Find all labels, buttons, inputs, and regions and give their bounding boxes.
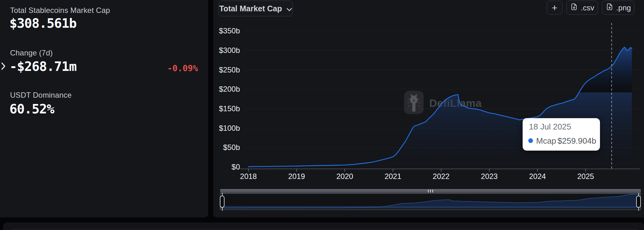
x-axis-label: 2025 [571,172,600,181]
tooltip-series-value: $259.904b [558,136,596,146]
x-axis-label: 2021 [379,172,407,181]
y-axis-label: $350b [213,26,240,35]
download-csv-button[interactable]: .csv [566,1,598,15]
chart-panel: Total Market Cap + .csv .png [213,0,644,217]
y-axis-label: $300b [213,46,240,55]
y-axis-label: $50b [213,143,240,152]
file-download-icon [570,3,578,13]
chevron-right-icon[interactable] [1,62,6,70]
csv-button-label: .csv [581,3,594,12]
table-section-toolbar [11,229,639,230]
y-axis-label: $0 [213,163,240,171]
stat-change-percent: -0.09% [167,63,198,73]
x-axis-label: 2022 [427,172,455,181]
table-section-card [3,222,644,230]
y-axis-label: $250b [213,66,240,74]
file-download-icon [606,3,613,13]
navigator-left-handle[interactable] [220,196,225,208]
page: Total Stablecoins Market Cap $308.561b C… [0,0,644,230]
chevron-down-icon [286,4,292,13]
stat-value-change-7d: -$268.71m [9,59,76,74]
download-png-button[interactable]: .png [602,1,635,15]
x-axis-label: 2018 [234,172,263,181]
stats-panel: Total Stablecoins Market Cap $308.561b C… [0,0,208,217]
grip-icon [428,190,429,193]
grip-icon [432,190,433,193]
series-dot-icon [528,138,533,143]
x-axis-label: 2019 [282,172,311,181]
stat-label-change-7d: Change (7d) [10,49,53,57]
y-axis-label: $150b [213,104,240,113]
y-axis-label: $200b [213,85,240,94]
add-chart-button[interactable]: + [547,1,563,15]
dataset-select-label: Total Market Cap [219,4,282,13]
chart-tooltip: 18 Jul 2025 Mcap $259.904b [523,118,600,151]
navigator-zoom-bar[interactable] [220,189,641,193]
stat-value-total-mcap: $308.561b [9,16,76,31]
x-axis-label: 2020 [330,172,359,181]
tooltip-date: 18 Jul 2025 [529,122,571,132]
x-axis-label: 2024 [523,172,552,181]
stat-label-total-mcap: Total Stablecoins Market Cap [10,6,110,15]
navigator-right-handle[interactable] [636,196,641,208]
stat-value-usdt-dominance: 60.52% [9,101,54,117]
dataset-select-button[interactable]: Total Market Cap [219,1,293,16]
navigator-frame[interactable] [220,193,641,210]
stat-label-usdt-dominance: USDT Dominance [10,91,72,100]
market-cap-area-chart[interactable] [213,0,644,217]
png-button-label: .png [616,3,631,12]
tooltip-series-name: Mcap [536,136,556,146]
grip-icon [430,190,431,193]
y-axis-label: $100b [213,124,240,133]
plus-icon: + [552,3,558,13]
x-axis-label: 2023 [475,172,503,181]
